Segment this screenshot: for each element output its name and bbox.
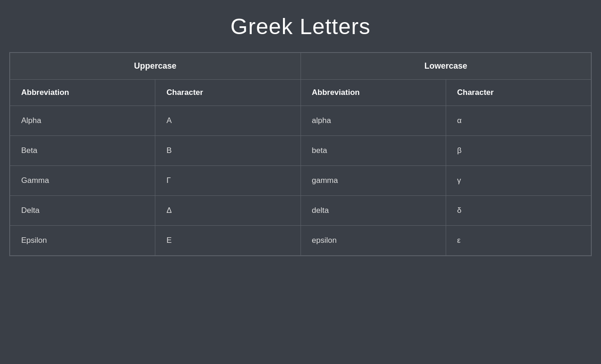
uppercase-abbreviation-cell: Alpha [10,106,155,136]
uppercase-character-cell: Β [155,136,300,166]
uppercase-section-header: Uppercase [10,53,301,80]
lowercase-abbreviation-cell: alpha [300,106,446,136]
uppercase-character-header: Character [155,80,300,106]
table-row: AlphaΑalphaα [10,106,591,136]
lowercase-abbreviation-cell: beta [300,136,446,166]
lowercase-character-cell: ε [446,226,591,256]
table-row: EpsilonΕepsilonε [10,226,591,256]
uppercase-abbreviation-cell: Gamma [10,166,155,196]
uppercase-character-cell: Δ [155,196,300,226]
lowercase-abbreviation-header: Abbreviation [300,80,446,106]
section-header-row: Uppercase Lowercase [10,53,591,80]
greek-letters-table: Uppercase Lowercase Abbreviation Charact… [10,53,591,256]
uppercase-character-cell: Α [155,106,300,136]
lowercase-character-cell: γ [446,166,591,196]
table-row: GammaΓgammaγ [10,166,591,196]
lowercase-abbreviation-cell: gamma [300,166,446,196]
uppercase-abbreviation-cell: Beta [10,136,155,166]
lowercase-character-cell: δ [446,196,591,226]
uppercase-abbreviation-cell: Delta [10,196,155,226]
lowercase-abbreviation-cell: delta [300,196,446,226]
lowercase-section-header: Lowercase [300,53,591,80]
table-row: DeltaΔdeltaδ [10,196,591,226]
uppercase-character-cell: Ε [155,226,300,256]
uppercase-character-cell: Γ [155,166,300,196]
uppercase-abbreviation-header: Abbreviation [10,80,155,106]
table-container: Uppercase Lowercase Abbreviation Charact… [9,52,592,256]
column-header-row: Abbreviation Character Abbreviation Char… [10,80,591,106]
table-row: BetaΒbetaβ [10,136,591,166]
lowercase-character-header: Character [446,80,591,106]
lowercase-character-cell: β [446,136,591,166]
lowercase-abbreviation-cell: epsilon [300,226,446,256]
uppercase-abbreviation-cell: Epsilon [10,226,155,256]
lowercase-character-cell: α [446,106,591,136]
table-body: AlphaΑalphaαBetaΒbetaβGammaΓgammaγDeltaΔ… [10,106,591,256]
page-title: Greek Letters [230,14,371,39]
